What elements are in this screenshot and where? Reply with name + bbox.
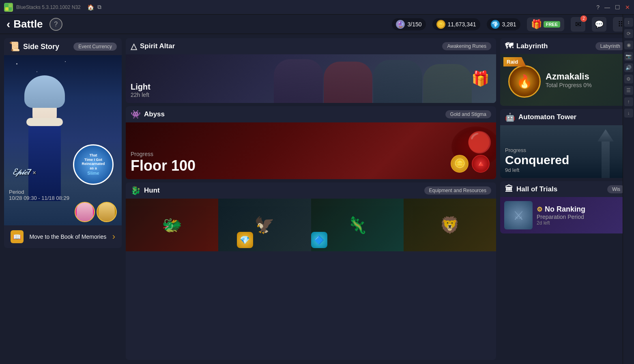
star-3 xyxy=(65,61,66,62)
abyss-info: Progress Floor 100 xyxy=(131,151,196,174)
hunt-item-2: 🔷 xyxy=(311,232,327,248)
question-icon: ? xyxy=(54,21,58,28)
hunt-characters: 🐲 🦅 🦎 🦁 💎 🔷 xyxy=(126,199,496,251)
equipment-resources-button[interactable]: Equipment and Resources xyxy=(424,186,491,195)
help-icon[interactable]: ? xyxy=(596,4,600,11)
hunt-section: 🐉 Hunt Equipment and Resources 🐲 🦅 🦎 🦁 � xyxy=(126,182,496,360)
left-panel: 📜 Side Story Event Currency xyxy=(4,38,122,360)
automaton-tower-header: 🤖 Automaton Tower xyxy=(500,109,630,125)
stamina-icon: 🔮 xyxy=(396,20,405,29)
spirit-chars xyxy=(274,54,496,103)
hunt-image[interactable]: 🐲 🦅 🦎 🦁 💎 🔷 xyxy=(126,199,496,251)
labyrinth-section: 🗺 Labyrinth Labyrinth Raid 🔥 Azmakalis T… xyxy=(500,38,630,106)
labyrinth-badge[interactable]: Labyrinth xyxy=(595,42,625,50)
labyrinth-header: 🗺 Labyrinth Labyrinth xyxy=(500,38,630,54)
hall-of-trials-header: 🏛 Hall of Trials Wis xyxy=(500,181,630,197)
svg-rect-2 xyxy=(5,7,9,11)
event-currency-button[interactable]: Event Currency xyxy=(73,43,117,51)
hall-of-trials-content[interactable]: ⚔ ⚙ No Ranking Preparation Period 2d lef… xyxy=(500,197,630,233)
titlebar-home-icon[interactable]: 🏠 xyxy=(87,4,94,11)
gold-stigma-button[interactable]: Gold and Stigma xyxy=(445,110,491,118)
stamina-currency: 🔮 3/150 xyxy=(392,18,426,30)
back-arrow-icon: ‹ xyxy=(6,18,10,31)
labyrinth-progress: Total Progress 0% xyxy=(546,82,592,88)
mid-panel: △ Spirit Altar Awakening Runes 🎁 xyxy=(126,38,496,360)
book-icon: 📖 xyxy=(11,230,24,243)
chat-button[interactable]: 💬 xyxy=(592,17,606,32)
element-item-icon: 🎁 xyxy=(471,70,490,87)
abyss-item-1: 🪙 xyxy=(451,155,469,173)
hunt-title: 🐉 Hunt xyxy=(131,186,160,195)
boss-name: Azmakalis xyxy=(546,71,592,82)
titlebar: BlueStacks 5.3.120.1002 N32 🏠 ⧉ ? — ☐ ✕ xyxy=(0,0,634,15)
currency-area: 🔮 3/150 🪙 11,673,341 💎 3,281 🎁 FREE ✉ 2 … xyxy=(392,17,628,32)
minimize-icon[interactable]: — xyxy=(604,4,610,11)
svg-rect-3 xyxy=(9,7,12,11)
boss-portrait: 🔥 xyxy=(508,65,541,98)
spirit-altar-image[interactable]: 🎁 Light 22h left xyxy=(126,54,496,103)
spirit-altar-header: △ Spirit Altar Awakening Runes xyxy=(126,38,496,54)
abyss-title: 👾 Abyss xyxy=(131,109,165,119)
toolbar-icon-9[interactable]: ↓ xyxy=(624,109,633,118)
hunt-header: 🐉 Hunt Equipment and Resources xyxy=(126,182,496,199)
titlebar-copy-icon[interactable]: ⧉ xyxy=(97,4,101,11)
toolbar-icon-2[interactable]: ⟳ xyxy=(624,29,633,38)
close-icon[interactable]: ✕ xyxy=(625,4,630,11)
mail-badge: 2 xyxy=(580,15,587,22)
hunt-creature-2: 🦅 xyxy=(218,199,311,251)
labyrinth-info: Azmakalis Total Progress 0% xyxy=(546,71,592,88)
restore-icon[interactable]: ☐ xyxy=(615,4,620,11)
hall-timer: 2d left xyxy=(537,220,585,226)
apps-icon: ⠿ xyxy=(618,20,623,29)
free-badge: FREE xyxy=(544,21,560,28)
abyss-icon: 👾 xyxy=(131,109,141,119)
star-1 xyxy=(16,63,17,64)
toolbar-icon-3[interactable]: ◉ xyxy=(624,41,633,49)
side-story-image[interactable]: ℰ𝓅𝒾𝒸7 × That Time I Got Reincarnated as … xyxy=(4,55,122,225)
labyrinth-inner: Raid 🔥 Azmakalis Total Progress 0% xyxy=(503,57,627,103)
main-content: 📜 Side Story Event Currency xyxy=(0,34,634,364)
navbar: ‹ Battle ? 🔮 3/150 🪙 11,673,341 💎 3,281 … xyxy=(0,15,634,34)
page-title: Battle xyxy=(13,18,43,30)
chat-icon: 💬 xyxy=(595,20,604,29)
abyss-image[interactable]: 🔴 🪙 🔺 Progress Floor 100 xyxy=(126,122,496,179)
hunt-creature-4: 🦁 xyxy=(404,199,496,251)
rank-label: No Ranking xyxy=(545,205,585,214)
chest-button[interactable]: 🎁 FREE xyxy=(527,17,564,31)
star-2 xyxy=(37,71,37,72)
abyss-header: 👾 Abyss Gold and Stigma xyxy=(126,106,496,122)
character-avatar-1 xyxy=(75,202,95,222)
side-story-period: Period 10/28 09:30 - 11/18 08:29 xyxy=(9,189,69,201)
mail-button[interactable]: ✉ 2 xyxy=(571,17,585,32)
rank-icon: ⚙ xyxy=(537,206,542,213)
game-logo: ℰ𝓅𝒾𝒸7 × xyxy=(12,167,36,177)
back-button[interactable]: ‹ Battle xyxy=(6,18,43,31)
gold-value: 11,673,341 xyxy=(448,21,476,28)
character-silhouette xyxy=(16,79,73,201)
awakening-runes-button[interactable]: Awakening Runes xyxy=(442,42,491,50)
spirit-info: Light 22h left xyxy=(131,82,150,98)
bluestacks-logo xyxy=(4,3,13,12)
toolbar-icon-1[interactable]: ↕ xyxy=(624,18,633,27)
collab-badge: That Time I Got Reincarnated as a Slime xyxy=(73,144,114,185)
move-to-book-button[interactable]: 📖 Move to the Book of Memories › xyxy=(4,225,122,248)
hall-info: ⚙ No Ranking Preparation Period 2d left xyxy=(537,205,585,226)
mail-icon: ✉ xyxy=(575,20,581,29)
side-story-icon: 📜 xyxy=(9,41,20,52)
gold-icon: 🪙 xyxy=(436,20,445,29)
svg-rect-1 xyxy=(9,4,12,7)
crystal-icon: 💎 xyxy=(491,20,500,29)
side-story-title: 📜 Side Story xyxy=(9,41,59,52)
auto-tower-info: Progress Conquered 9d left xyxy=(505,147,569,173)
spirit-altar-title: △ Spirit Altar xyxy=(131,41,175,51)
labyrinth-content[interactable]: Raid 🔥 Azmakalis Total Progress 0% xyxy=(500,54,630,106)
hall-of-trials-title: 🏛 Hall of Trials xyxy=(505,184,557,194)
side-story-characters xyxy=(75,202,117,222)
crystal-currency: 💎 3,281 xyxy=(487,18,520,30)
automaton-tower-image[interactable]: Progress Conquered 9d left xyxy=(500,125,630,178)
titlebar-appname: BlueStacks 5.3.120.1002 N32 xyxy=(16,4,81,10)
abyss-item-2: 🔺 xyxy=(472,155,490,173)
move-arrow-icon: › xyxy=(112,231,115,242)
help-button[interactable]: ? xyxy=(49,18,62,31)
hall-of-trials-section: 🏛 Hall of Trials Wis ⚔ ⚙ No Ranking Prep… xyxy=(500,181,630,233)
